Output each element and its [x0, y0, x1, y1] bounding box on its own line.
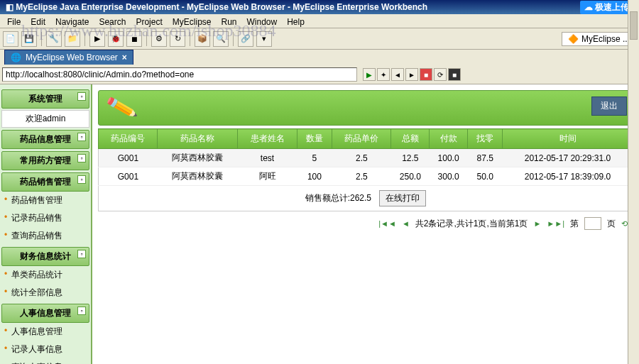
- back-icon[interactable]: ◄: [391, 68, 404, 81]
- debug-icon[interactable]: 🐞: [108, 31, 124, 47]
- menu-navigate[interactable]: Navigate: [51, 16, 93, 26]
- banner: ✏️ 退出: [98, 90, 633, 126]
- menu-myeclipse[interactable]: MyEclipse: [168, 16, 216, 26]
- toggle-icon[interactable]: ▫: [77, 250, 86, 258]
- sidebar-header[interactable]: 常用药方管理▫: [1, 151, 89, 170]
- table-header-row: 药品编号药品名称患者姓名数量药品单价总额付款找零时间: [99, 129, 633, 149]
- data-table: 药品编号药品名称患者姓名数量药品单价总额付款找零时间 G001阿莫西林胶囊tes…: [98, 128, 633, 186]
- prev-page-icon[interactable]: ◄: [402, 219, 410, 228]
- menu-run[interactable]: Run: [217, 16, 241, 26]
- link-icon[interactable]: 🔗: [238, 31, 253, 47]
- cell: test: [238, 149, 297, 167]
- globe-icon: 🌐: [11, 53, 21, 62]
- menu-search[interactable]: Search: [94, 16, 130, 26]
- save-icon[interactable]: 💾: [21, 31, 37, 47]
- sidebar-item[interactable]: 查询药品销售: [1, 227, 89, 245]
- cell: 87.5: [467, 149, 502, 167]
- toggle-icon[interactable]: ▫: [77, 154, 86, 162]
- welcome-label: 欢迎admin: [1, 110, 89, 128]
- first-page-icon[interactable]: |◄◄: [378, 219, 396, 228]
- scrollbar-thumb[interactable]: [630, 11, 638, 40]
- last-page-icon[interactable]: ►►|: [547, 219, 564, 228]
- toggle-icon[interactable]: ▫: [77, 92, 86, 101]
- cell: 100.0: [430, 149, 468, 167]
- sidebar-item[interactable]: 记录人事信息: [1, 341, 89, 358]
- table-body: G001阿莫西林胶囊test52.512.5100.087.52012-05-1…: [99, 149, 633, 186]
- go-page-icon[interactable]: ⟲: [621, 219, 628, 228]
- app-icon: ◧: [6, 2, 13, 12]
- upload-badge[interactable]: ☁极速上传: [580, 1, 633, 14]
- col-header: 药品名称: [158, 129, 238, 149]
- sidebar-header[interactable]: 系统管理▫: [1, 89, 89, 109]
- col-header: 患者姓名: [238, 129, 297, 149]
- pager-info: 共2条记录,共计1页,当前第1页: [415, 218, 528, 230]
- sidebar-item[interactable]: 记录药品销售: [1, 209, 89, 227]
- cell: 250.0: [391, 167, 430, 186]
- col-header: 药品编号: [99, 129, 158, 149]
- sidebar: 系统管理▫欢迎admin药品信息管理▫常用药方管理▫药品销售管理▫药品销售管理记…: [0, 84, 92, 364]
- col-header: 找零: [467, 129, 502, 149]
- toggle-icon[interactable]: ▫: [77, 133, 86, 141]
- stop-nav-icon[interactable]: ■: [420, 68, 432, 81]
- forward-icon[interactable]: ►: [405, 68, 418, 81]
- cell: 阿旺: [238, 167, 297, 186]
- page-input[interactable]: [584, 217, 601, 230]
- table-row[interactable]: G001阿莫西林胶囊test52.512.5100.087.52012-05-1…: [99, 149, 633, 167]
- window-title: MyEclipse Java Enterprise Development - …: [16, 2, 427, 12]
- table-row[interactable]: G001阿莫西林胶囊阿旺1002.5250.0300.050.02012-05-…: [99, 167, 633, 186]
- nav-icon[interactable]: ✦: [377, 68, 390, 81]
- col-header: 数量: [297, 129, 332, 149]
- sidebar-header[interactable]: 药品销售管理▫: [1, 172, 89, 192]
- stop-icon[interactable]: ⏹: [126, 31, 142, 47]
- sidebar-header[interactable]: 财务信息统计▫: [1, 247, 89, 266]
- col-header: 药品单价: [332, 129, 391, 149]
- next-page-icon[interactable]: ►: [533, 219, 541, 228]
- cell: 2012-05-17 18:39:09.0: [503, 167, 633, 186]
- menu-project[interactable]: Project: [131, 16, 166, 26]
- menu-help[interactable]: Help: [283, 16, 309, 26]
- address-input[interactable]: [2, 67, 357, 82]
- cell: 300.0: [430, 167, 468, 186]
- cell: 5: [297, 149, 332, 167]
- menu-window[interactable]: Window: [243, 16, 282, 26]
- cell: 2012-05-17 20:29:31.0: [503, 149, 633, 167]
- main-panel: ✏️ 退出 药品编号药品名称患者姓名数量药品单价总额付款找零时间 G001阿莫西…: [92, 84, 639, 364]
- sidebar-item[interactable]: 单类药品统计: [1, 266, 89, 284]
- reload-icon[interactable]: ⟳: [434, 68, 447, 81]
- col-header: 付款: [430, 129, 468, 149]
- close-icon[interactable]: ×: [122, 53, 127, 62]
- cell: 50.0: [467, 167, 502, 186]
- print-button[interactable]: 在线打印: [379, 190, 426, 206]
- cell: 阿莫西林胶囊: [158, 167, 238, 186]
- sidebar-item[interactable]: 人事信息管理: [1, 323, 89, 341]
- cell: 12.5: [391, 149, 430, 167]
- toolbar: 📄 💾 🔧 📁 ▶ 🐞 ⏹ ⚙ ↻ 📦 🔍 🔗 ▾ 🔶 MyEclipse ..…: [0, 28, 639, 50]
- cloud-icon: ☁: [584, 2, 593, 12]
- max-icon[interactable]: ■: [448, 68, 461, 81]
- new-icon[interactable]: 📄: [3, 31, 18, 47]
- run-icon[interactable]: ▶: [89, 31, 105, 47]
- gear-icon[interactable]: ⚙: [151, 31, 167, 47]
- menu-edit[interactable]: Edit: [26, 16, 50, 26]
- go-icon[interactable]: ▶: [363, 68, 376, 81]
- sidebar-item[interactable]: 药品销售管理: [1, 192, 89, 209]
- package-icon[interactable]: 📦: [195, 31, 210, 47]
- toggle-icon[interactable]: ▫: [77, 175, 86, 184]
- sidebar-item[interactable]: 查询人事信息: [1, 358, 89, 364]
- tool-icon[interactable]: 🔧: [46, 31, 62, 47]
- sidebar-item[interactable]: 统计全部信息: [1, 284, 89, 302]
- sidebar-header[interactable]: 药品信息管理▫: [1, 130, 89, 149]
- folder-icon[interactable]: 📁: [65, 31, 80, 47]
- search-icon[interactable]: 🔍: [213, 31, 229, 47]
- exit-button[interactable]: 退出: [591, 96, 627, 116]
- menu-file[interactable]: File: [3, 16, 25, 26]
- browser-tab[interactable]: 🌐 MyEclipse Web Browser ×: [4, 50, 133, 65]
- toggle-icon[interactable]: ▫: [77, 307, 86, 315]
- refresh-icon[interactable]: ↻: [170, 31, 185, 47]
- col-header: 总额: [391, 129, 430, 149]
- scrollbar[interactable]: [628, 0, 639, 364]
- perspective-button[interactable]: 🔶 MyEclipse ...: [562, 32, 636, 46]
- cell: 100: [297, 167, 332, 186]
- more-icon[interactable]: ▾: [256, 31, 272, 47]
- sidebar-header[interactable]: 人事信息管理▫: [1, 304, 89, 323]
